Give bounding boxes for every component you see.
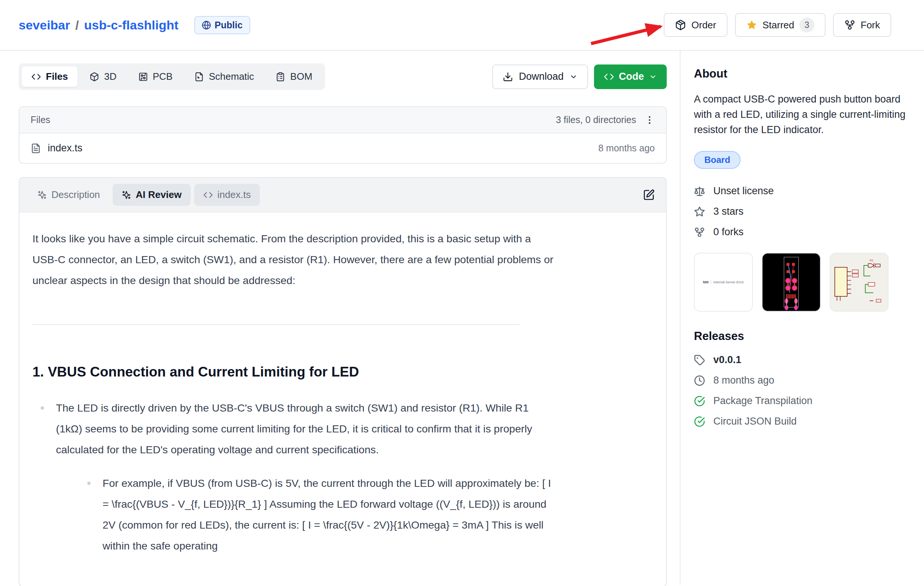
release-check-transpilation: Package Transpilation xyxy=(694,395,907,407)
sparkles-icon xyxy=(122,190,131,200)
check-circle-icon xyxy=(694,416,705,427)
starred-button-label: Starred xyxy=(762,20,794,31)
sidebar: About A compact USB-C powered push butto… xyxy=(680,51,924,585)
nested-bullet-list: For example, if VBUS (from USB-C) is 5V,… xyxy=(56,473,556,556)
chevron-down-icon xyxy=(569,73,578,81)
stars-row[interactable]: 3 stars xyxy=(694,206,907,217)
release-check-label: Package Transpilation xyxy=(713,395,812,407)
release-version-label: v0.0.1 xyxy=(713,354,741,366)
tab-bom[interactable]: BOM xyxy=(266,66,322,87)
file-icon xyxy=(31,143,41,153)
order-button-label: Order xyxy=(691,20,716,31)
circuit-board-icon xyxy=(139,72,148,82)
kebab-menu-icon[interactable] xyxy=(644,115,655,125)
list-item: For example, if VBUS (from USB-C) is 5V,… xyxy=(79,473,556,556)
view-toolbar: Files 3D PCB Schematic xyxy=(19,63,667,90)
starred-button[interactable]: Starred 3 xyxy=(735,13,825,37)
code-icon xyxy=(604,72,614,82)
list-item: The LED is directly driven by the USB-C'… xyxy=(33,397,556,556)
code-button-label: Code xyxy=(619,71,644,82)
tab-index-ts[interactable]: index.ts xyxy=(194,184,260,206)
tab-schematic-label: Schematic xyxy=(209,71,254,82)
tab-pcb-label: PCB xyxy=(153,71,173,82)
forks-label: 0 forks xyxy=(713,226,744,238)
fork-icon xyxy=(844,20,855,31)
divider xyxy=(33,324,520,325)
tab-index-ts-label: index.ts xyxy=(218,189,251,201)
star-count-badge: 3 xyxy=(799,18,814,33)
clipboard-icon xyxy=(276,72,285,82)
order-button[interactable]: Order xyxy=(664,13,727,37)
chevron-down-icon xyxy=(649,73,657,81)
tab-ai-review-label: AI Review xyxy=(136,189,182,201)
view-tabs: Files 3D PCB Schematic xyxy=(19,63,325,90)
repo-page: seveibar / usb-c-flashlight Public Order… xyxy=(0,0,924,586)
tab-files-label: Files xyxy=(46,71,68,82)
header-actions: Order Starred 3 Fork xyxy=(664,13,891,37)
sparkles-icon xyxy=(37,190,47,200)
repo-link[interactable]: usb-c-flashlight xyxy=(84,18,178,33)
about-title: About xyxy=(694,67,907,81)
files-card-title: Files xyxy=(31,114,50,125)
preview-thumbnails: 500Internal Server Error xyxy=(694,253,907,312)
bullet-list: The LED is directly driven by the USB-C'… xyxy=(33,397,556,556)
table-row[interactable]: index.ts 8 months ago xyxy=(20,133,666,163)
file-name[interactable]: index.ts xyxy=(48,142,82,154)
files-card: Files 3 files, 0 directories index.ts 8 … xyxy=(19,106,667,164)
fork-button-label: Fork xyxy=(861,20,880,31)
tab-ai-review[interactable]: AI Review xyxy=(112,184,191,206)
download-button[interactable]: Download xyxy=(492,64,587,89)
tab-description[interactable]: Description xyxy=(28,184,109,206)
package-icon xyxy=(675,20,686,31)
release-age-label: 8 months ago xyxy=(713,375,774,386)
release-age-row: 8 months ago xyxy=(694,375,907,386)
files-summary: 3 files, 0 directories xyxy=(556,114,636,125)
file-updated: 8 months ago xyxy=(599,143,655,153)
bullet-text: For example, if VBUS (from USB-C) is 5V,… xyxy=(102,477,551,552)
tab-schematic[interactable]: Schematic xyxy=(185,66,264,87)
releases-title: Releases xyxy=(694,329,907,343)
stars-label: 3 stars xyxy=(713,206,744,217)
visibility-badge: Public xyxy=(194,16,250,34)
visibility-badge-label: Public xyxy=(215,20,243,31)
tab-files[interactable]: Files xyxy=(21,66,78,87)
svg-text:R1: R1 xyxy=(870,259,873,262)
release-version-row[interactable]: v0.0.1 xyxy=(694,354,907,366)
fork-icon xyxy=(694,227,705,238)
schematic-file-icon xyxy=(194,72,204,82)
thumbnail-3d-preview[interactable]: 500Internal Server Error xyxy=(694,253,753,312)
globe-icon xyxy=(202,20,211,30)
breadcrumb: seveibar / usb-c-flashlight Public xyxy=(19,16,250,34)
thumbnail-schematic-preview[interactable]: R1 xyxy=(830,253,889,312)
page-header: seveibar / usb-c-flashlight Public Order… xyxy=(0,0,924,51)
thumbnail-error-text: 500Internal Server Error xyxy=(703,280,744,284)
forks-row[interactable]: 0 forks xyxy=(694,226,907,238)
main-column: Files 3D PCB Schematic xyxy=(0,51,680,585)
breadcrumb-separator: / xyxy=(75,18,79,33)
tab-3d-label: 3D xyxy=(104,71,116,82)
code-button[interactable]: Code xyxy=(594,64,667,89)
tab-bom-label: BOM xyxy=(290,71,312,82)
content-card-tabs: Description AI Review index.ts xyxy=(20,178,666,212)
files-card-header: Files 3 files, 0 directories xyxy=(20,107,666,133)
tab-3d[interactable]: 3D xyxy=(80,66,126,87)
release-check-circuit-json: Circuit JSON Build xyxy=(694,416,907,427)
clock-icon xyxy=(694,375,705,386)
about-description: A compact USB-C powered push button boar… xyxy=(694,92,907,138)
board-tag[interactable]: Board xyxy=(694,151,741,169)
toolbar-buttons: Download Code xyxy=(492,64,667,89)
content-card: Description AI Review index.ts xyxy=(19,177,667,586)
thumbnail-pcb-preview[interactable] xyxy=(762,253,821,312)
scales-icon xyxy=(694,186,705,197)
tab-description-label: Description xyxy=(51,189,100,201)
section-heading: 1. VBUS Connection and Current Limiting … xyxy=(33,364,556,380)
code-icon xyxy=(31,72,41,82)
owner-link[interactable]: seveibar xyxy=(19,18,70,33)
tag-icon xyxy=(694,354,705,366)
annotation-arrow xyxy=(581,14,675,48)
edit-button[interactable] xyxy=(640,187,657,203)
fork-button[interactable]: Fork xyxy=(833,13,891,37)
ai-review-content: It looks like you have a simple circuit … xyxy=(20,212,556,556)
tab-pcb[interactable]: PCB xyxy=(129,66,182,87)
check-circle-icon xyxy=(694,395,705,407)
